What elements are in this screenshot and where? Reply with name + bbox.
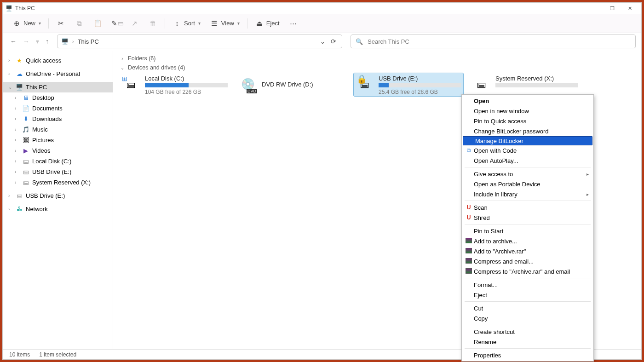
this-pc-icon: 🖥️ (6, 5, 12, 11)
minimize-button[interactable]: — (586, 3, 604, 14)
chevron-right-icon: ▸ (586, 172, 589, 177)
ctx-add-to-archive[interactable]: Add to archive... (462, 236, 593, 246)
winrar-icon (465, 248, 473, 255)
music-icon: 🎵 (22, 126, 29, 133)
chevron-down-icon: ▾ (39, 21, 41, 26)
more-button[interactable]: ⋯ (285, 17, 302, 29)
search-input[interactable] (367, 38, 631, 46)
ctx-properties[interactable]: Properties (462, 350, 593, 360)
maximize-button[interactable]: ❐ (604, 3, 621, 14)
close-button[interactable]: ✕ (621, 3, 638, 14)
drive-local-c[interactable]: 🖴 ⊞ Local Disk (C:) 104 GB free of 226 G… (120, 73, 230, 97)
usb-locked-drive-icon: 🖴 🔒 (356, 75, 374, 93)
address-bar[interactable]: 🖥️ › This PC ⌄ ⟳ (57, 34, 342, 48)
chevron-right-icon: › (120, 56, 125, 61)
sort-button[interactable]: ↕ Sort ▾ (169, 17, 204, 29)
breadcrumb[interactable]: This PC (78, 38, 99, 45)
share-button[interactable]: ↗ (126, 17, 143, 29)
paste-button[interactable]: 📋 (89, 17, 106, 29)
tree-onedrive[interactable]: ›☁OneDrive - Personal (3, 69, 113, 79)
ctx-eject[interactable]: Eject (462, 290, 593, 300)
new-button[interactable]: ⊕ New ▾ (8, 17, 45, 29)
forward-button[interactable]: → (23, 38, 29, 45)
group-folders[interactable]: › Folders (6) (120, 54, 635, 63)
eject-button[interactable]: ⏏ Eject (251, 17, 283, 29)
separator (465, 301, 591, 302)
separator (247, 18, 247, 29)
network-icon: 🖧 (16, 206, 23, 213)
ctx-open-portable-device[interactable]: Open as Portable Device (462, 179, 593, 189)
ctx-include-in-library[interactable]: Include in library▸ (462, 189, 593, 199)
ctx-add-to-archive-rar[interactable]: Add to "Archive.rar" (462, 246, 593, 256)
tree-local-disk[interactable]: ›🖴Local Disk (C:) (3, 156, 113, 167)
copy-button[interactable]: ⧉ (71, 17, 87, 29)
tree-desktop[interactable]: ›🖥Desktop (3, 92, 113, 103)
rename-button[interactable]: ✎▭ (108, 17, 124, 29)
tree-usb-root[interactable]: ›🖴USB Drive (E:) (3, 190, 113, 201)
separator (465, 224, 591, 224)
documents-icon: 📄 (22, 105, 29, 112)
ctx-format[interactable]: Format... (462, 280, 593, 290)
copy-icon: ⧉ (75, 19, 84, 28)
view-button[interactable]: ☰ View ▾ (206, 17, 243, 29)
group-devices[interactable]: ⌄ Devices and drives (4) (120, 63, 635, 73)
ctx-open-with-code[interactable]: ⧉Open with Code (462, 145, 593, 155)
chevron-down-icon[interactable]: ⌄ (320, 38, 325, 45)
history-dropdown[interactable]: ▾ (36, 38, 39, 45)
delete-button[interactable]: 🗑 (144, 17, 161, 29)
ctx-open[interactable]: Open (462, 96, 593, 106)
ctx-pin-quick-access[interactable]: Pin to Quick access (462, 116, 593, 126)
tree-documents[interactable]: ›📄Documents (3, 103, 113, 114)
drive-dvd-d[interactable]: 💿 DVD DVD RW Drive (D:) (236, 73, 347, 97)
drive-system-reserved-x[interactable]: 🖴 System Reserved (X:) (470, 73, 581, 97)
tree-usb-e[interactable]: ›🖴USB Drive (E:) (3, 167, 113, 177)
pictures-icon: 🖼 (22, 137, 29, 144)
chevron-down-icon: ▾ (237, 21, 240, 26)
ctx-shred[interactable]: UShred (462, 213, 593, 223)
ctx-cut[interactable]: Cut (462, 303, 593, 313)
chevron-right-icon: › (72, 39, 74, 44)
ctx-give-access-to[interactable]: Give access to▸ (462, 169, 593, 179)
ctx-change-bitlocker-password[interactable]: Change BitLocker password (462, 126, 593, 136)
ctx-scan[interactable]: UScan (462, 202, 593, 213)
videos-icon: ▶ (22, 147, 29, 154)
toolbar: ⊕ New ▾ ✂ ⧉ 📋 ✎▭ ↗ 🗑 ↕ Sort ▾ ☰ View ▾ ⏏… (3, 14, 641, 33)
tree-network[interactable]: ›🖧Network (3, 204, 113, 214)
usb-icon: 🖴 (16, 192, 23, 199)
tree-this-pc[interactable]: ⌄🖥️This PC (3, 82, 113, 92)
mcafee-icon: U (465, 204, 473, 211)
ctx-open-new-window[interactable]: Open in new window (462, 106, 593, 116)
ctx-create-shortcut[interactable]: Create shortcut (462, 327, 593, 337)
cut-button[interactable]: ✂ (52, 17, 69, 29)
capacity-bar (379, 83, 461, 87)
tree-music[interactable]: ›🎵Music (3, 124, 113, 135)
search-box[interactable]: 🔍 (351, 34, 636, 48)
ctx-copy[interactable]: Copy (462, 313, 593, 323)
this-pc-icon: 🖥️ (16, 84, 23, 91)
drives-list: 🖴 ⊞ Local Disk (C:) 104 GB free of 226 G… (120, 73, 635, 97)
ctx-compress-and-email[interactable]: Compress and email... (462, 256, 593, 266)
ctx-manage-bitlocker[interactable]: Manage BitLocker (463, 136, 592, 145)
ellipsis-icon: ⋯ (289, 19, 298, 28)
back-button[interactable]: ← (10, 38, 17, 45)
tree-videos[interactable]: ›▶Videos (3, 145, 113, 156)
tree-pictures[interactable]: ›🖼Pictures (3, 135, 113, 145)
sort-icon: ↕ (172, 19, 182, 27)
eject-icon: ⏏ (255, 19, 264, 28)
tree-system-reserved[interactable]: ›🖴System Reserved (X:) (3, 177, 113, 188)
clipboard-icon: 📋 (93, 19, 102, 28)
up-button[interactable]: ↑ (46, 38, 49, 45)
chevron-down-icon: ⌄ (120, 65, 125, 70)
cloud-icon: ☁ (16, 70, 23, 77)
separator (465, 348, 591, 349)
ctx-rename[interactable]: Rename (462, 337, 593, 347)
refresh-button[interactable]: ⟳ (329, 38, 338, 45)
separator (465, 201, 591, 201)
tree-downloads[interactable]: ›⬇Downloads (3, 114, 113, 124)
drive-usb-e[interactable]: 🖴 🔒 USB Drive (E:) 25.4 GB free of 28.6 … (353, 73, 464, 97)
ctx-open-autoplay[interactable]: Open AutoPlay... (462, 155, 593, 166)
ctx-compress-rar-and-email[interactable]: Compress to "Archive.rar" and email (462, 266, 593, 276)
tree-quick-access[interactable]: ›★Quick access (3, 55, 113, 66)
ctx-pin-to-start[interactable]: Pin to Start (462, 226, 593, 236)
star-icon: ★ (16, 57, 23, 64)
